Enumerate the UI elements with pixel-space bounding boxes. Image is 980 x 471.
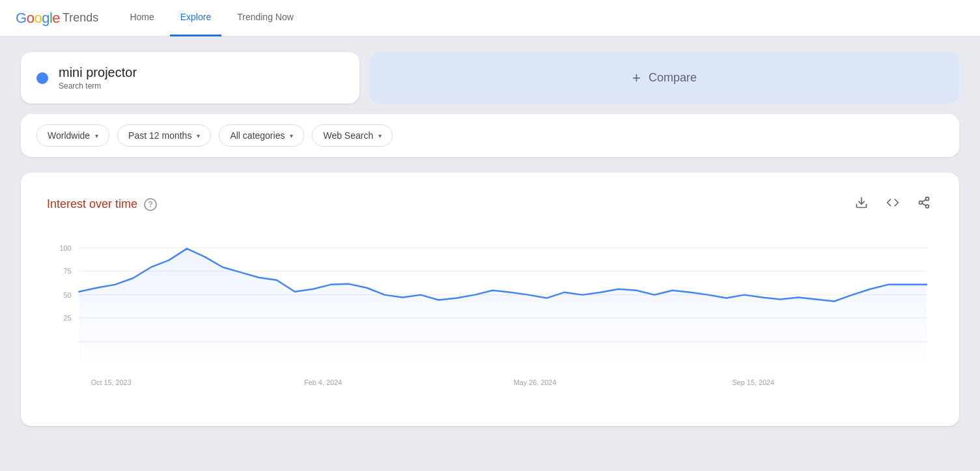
search-dot-indicator [36, 72, 48, 84]
header: Google Trends Home Explore Trending Now [0, 0, 980, 36]
time-filter-button[interactable]: Past 12 months ▾ [117, 124, 211, 147]
main-content: mini projector Search term + Compare Wor… [0, 36, 980, 442]
search-type-filter-chevron-icon: ▾ [378, 132, 382, 139]
compare-label: Compare [649, 71, 697, 85]
nav-explore[interactable]: Explore [170, 0, 221, 36]
search-type-filter-button[interactable]: Web Search ▾ [312, 124, 393, 147]
y-label-25: 25 [63, 314, 71, 322]
share-button[interactable] [915, 193, 933, 215]
time-filter-chevron-icon: ▾ [197, 132, 200, 139]
nav-trending-now[interactable]: Trending Now [227, 0, 304, 36]
chart-container: 100 75 50 25 Oct 15, 2023 Feb 4, 2024 Ma… [47, 231, 933, 400]
svg-line-4 [922, 203, 926, 205]
x-label-may: May 26, 2024 [514, 378, 557, 386]
y-label-50: 50 [63, 291, 71, 299]
chart-header: Interest over time ? [47, 193, 933, 215]
x-label-oct: Oct 15, 2023 [91, 378, 132, 386]
interest-chart: 100 75 50 25 Oct 15, 2023 Feb 4, 2024 Ma… [47, 231, 933, 397]
search-card: mini projector Search term [21, 52, 359, 104]
chart-title: Interest over time [47, 197, 137, 211]
compare-card[interactable]: + Compare [370, 52, 959, 104]
x-label-feb: Feb 4, 2024 [304, 378, 342, 386]
category-filter-label: All categories [230, 130, 285, 141]
time-filter-label: Past 12 months [128, 130, 191, 141]
category-filter-button[interactable]: All categories ▾ [219, 124, 304, 147]
search-type-filter-label: Web Search [323, 130, 373, 141]
y-label-100: 100 [59, 244, 71, 252]
embed-button[interactable] [884, 193, 902, 215]
trend-area [79, 249, 927, 365]
search-term[interactable]: mini projector [59, 65, 344, 80]
search-text-block: mini projector Search term [59, 65, 344, 91]
main-nav: Home Explore Trending Now [119, 0, 303, 36]
trends-wordmark: Trends [63, 11, 98, 25]
search-type-label: Search term [59, 81, 344, 91]
nav-home[interactable]: Home [119, 0, 164, 36]
filter-bar: Worldwide ▾ Past 12 months ▾ All categor… [21, 114, 959, 157]
google-wordmark: Google [16, 10, 60, 27]
svg-line-5 [922, 199, 926, 201]
geo-filter-label: Worldwide [48, 130, 90, 141]
help-icon[interactable]: ? [144, 198, 157, 211]
x-label-sep: Sep 15, 2024 [733, 378, 774, 386]
chart-section: Interest over time ? [21, 173, 959, 426]
compare-plus-icon: + [632, 70, 641, 87]
search-section: mini projector Search term + Compare [21, 52, 959, 104]
download-button[interactable] [852, 193, 871, 215]
geo-filter-chevron-icon: ▾ [95, 132, 98, 139]
y-label-75: 75 [63, 267, 71, 275]
geo-filter-button[interactable]: Worldwide ▾ [36, 124, 109, 147]
chart-actions [852, 193, 933, 215]
category-filter-chevron-icon: ▾ [290, 132, 293, 139]
chart-title-area: Interest over time ? [47, 197, 157, 211]
google-trends-logo: Google Trends [16, 10, 98, 27]
